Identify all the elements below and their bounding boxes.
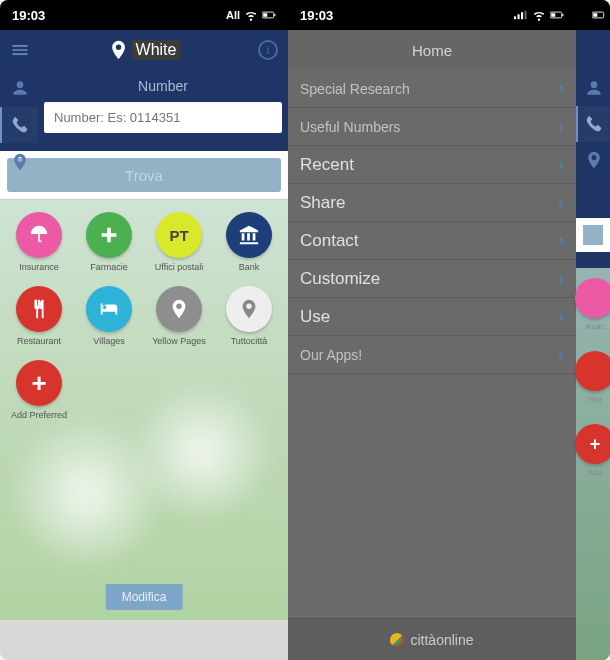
status-bar-right: 19:03 xyxy=(288,0,576,30)
chevron-right-icon: › xyxy=(558,306,564,327)
pin-icon xyxy=(10,152,30,172)
svg-rect-8 xyxy=(551,13,555,17)
category-label: Farmacie xyxy=(90,262,128,272)
menu-item-recent[interactable]: Recent› xyxy=(288,146,576,184)
hamburger-icon xyxy=(10,40,30,60)
number-input[interactable] xyxy=(44,102,282,133)
footer: cittàonline xyxy=(288,618,576,660)
menu-item-label: Our Apps! xyxy=(300,347,362,363)
tab-location[interactable] xyxy=(0,143,38,180)
tab-person[interactable] xyxy=(0,70,38,107)
status-time: 19:03 xyxy=(300,8,333,23)
battery-icon xyxy=(262,8,276,22)
svg-rect-1 xyxy=(263,13,267,17)
insurance-icon xyxy=(16,212,62,258)
category-bank[interactable]: Bank xyxy=(216,212,282,272)
status-icons: All xyxy=(226,8,276,22)
status-bar-edge xyxy=(576,0,610,30)
svg-rect-2 xyxy=(274,14,275,16)
person-icon xyxy=(10,78,30,98)
category-label: Yellow Pages xyxy=(152,336,206,346)
top-bar: White i xyxy=(0,30,288,70)
chevron-right-icon: › xyxy=(558,230,564,251)
svg-rect-3 xyxy=(514,16,516,19)
farmacie-icon xyxy=(86,212,132,258)
plus-icon: + xyxy=(16,360,62,406)
status-icons xyxy=(514,8,564,22)
menu-item-label: Recent xyxy=(300,155,354,175)
category-label: Restaurant xyxy=(17,336,61,346)
menu-item-special-research[interactable]: Special Research› xyxy=(288,70,576,108)
chevron-right-icon: › xyxy=(558,268,564,289)
brand-logo-icon xyxy=(390,633,404,647)
status-bar: 19:03 All xyxy=(0,0,288,30)
chevron-right-icon: › xyxy=(558,116,564,137)
category-label: Insurance xyxy=(19,262,59,272)
location-pin-icon xyxy=(108,39,130,61)
tab-phone[interactable] xyxy=(0,107,38,144)
category-insurance[interactable]: Insurance xyxy=(6,212,72,272)
svg-rect-6 xyxy=(525,11,527,19)
page-title: White xyxy=(132,40,181,60)
category-yellow[interactable]: Yellow Pages xyxy=(146,286,212,346)
villages-icon xyxy=(86,286,132,332)
menu-item-useful-numbers[interactable]: Useful Numbers› xyxy=(288,108,576,146)
modifica-button[interactable]: Modifica xyxy=(106,584,183,610)
svg-rect-11 xyxy=(593,13,597,17)
chevron-right-icon: › xyxy=(558,192,564,213)
svg-rect-5 xyxy=(521,12,523,19)
wifi-icon xyxy=(244,8,258,22)
category-uffici[interactable]: PTUffici postali xyxy=(146,212,212,272)
search-button[interactable]: Trova xyxy=(7,158,281,192)
menu-list: Special Research›Useful Numbers›Recent›S… xyxy=(288,70,576,374)
person-icon xyxy=(584,78,604,98)
edge-tab-person[interactable] xyxy=(576,70,610,106)
categories-grid: InsuranceFarmaciePTUffici postaliBankRes… xyxy=(0,200,288,620)
pin-icon xyxy=(584,150,604,170)
wifi-icon xyxy=(532,8,546,22)
signal-icon xyxy=(514,8,528,22)
uffici-icon: PT xyxy=(156,212,202,258)
bank-icon xyxy=(226,212,272,258)
menu-header: Home xyxy=(288,30,576,70)
chevron-right-icon: › xyxy=(558,344,564,365)
add-preferred-button[interactable]: +Add Preferred xyxy=(6,360,72,420)
edge-tab-location[interactable] xyxy=(576,142,610,178)
menu-item-label: Special Research xyxy=(300,81,410,97)
add-preferred-label: Add Preferred xyxy=(11,410,67,420)
phone-icon xyxy=(584,114,604,134)
tuttocitta-icon xyxy=(226,286,272,332)
category-label: Tuttocittà xyxy=(231,336,268,346)
category-farmacie[interactable]: Farmacie xyxy=(76,212,142,272)
svg-rect-4 xyxy=(518,14,520,19)
menu-button[interactable] xyxy=(0,30,40,70)
category-restaurant[interactable]: Restaurant xyxy=(6,286,72,346)
menu-item-use[interactable]: Use› xyxy=(288,298,576,336)
chevron-right-icon: › xyxy=(558,78,564,99)
yellow-icon xyxy=(156,286,202,332)
menu-item-share[interactable]: Share› xyxy=(288,184,576,222)
menu-item-label: Share xyxy=(300,193,345,213)
menu-item-contact[interactable]: Contact› xyxy=(288,222,576,260)
menu-item-customize[interactable]: Customize› xyxy=(288,260,576,298)
menu-item-our-apps-[interactable]: Our Apps!› xyxy=(288,336,576,374)
phone-icon xyxy=(10,115,30,135)
brand-name: cittàonline xyxy=(410,632,473,648)
menu-item-label: Contact xyxy=(300,231,359,251)
category-label: Bank xyxy=(239,262,260,272)
menu-item-label: Customize xyxy=(300,269,380,289)
search-label: Number xyxy=(44,70,282,102)
battery-icon xyxy=(550,8,564,22)
category-villages[interactable]: Villages xyxy=(76,286,142,346)
menu-item-label: Use xyxy=(300,307,330,327)
edge-tab-phone[interactable] xyxy=(576,106,610,142)
chevron-right-icon: › xyxy=(558,154,564,175)
category-label: Uffici postali xyxy=(155,262,203,272)
category-label: Villages xyxy=(93,336,124,346)
info-button[interactable]: i xyxy=(258,40,278,60)
battery-icon xyxy=(592,8,606,22)
menu-item-label: Useful Numbers xyxy=(300,119,400,135)
category-tuttocitta[interactable]: Tuttocittà xyxy=(216,286,282,346)
status-time: 19:03 xyxy=(12,8,45,23)
svg-rect-9 xyxy=(562,14,563,16)
